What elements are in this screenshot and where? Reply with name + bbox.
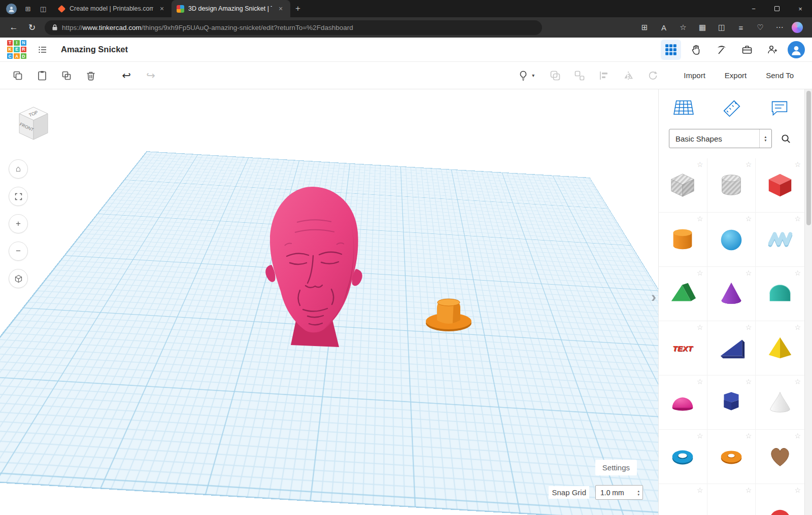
shape-tile-partial-3[interactable]: ☆ — [756, 484, 804, 515]
home-view-button[interactable]: ⌂ — [9, 159, 28, 179]
model-hat[interactable] — [424, 291, 473, 335]
more-menu-icon[interactable]: ⋯ — [770, 19, 789, 36]
favorite-star-icon[interactable]: ☆ — [697, 215, 703, 223]
shape-tile-round-roof[interactable]: ☆ — [756, 267, 804, 321]
shape-tile-roof[interactable]: ☆ — [659, 267, 707, 321]
duplicate-button[interactable] — [56, 65, 77, 86]
maximize-button[interactable] — [765, 0, 789, 17]
add-favorite-icon[interactable]: ☆ — [674, 19, 692, 36]
workplane-helper-button[interactable] — [672, 97, 695, 119]
favorite-star-icon[interactable]: ☆ — [697, 160, 703, 168]
back-button[interactable]: ← — [5, 19, 22, 36]
shape-tile-heart[interactable]: ☆ — [756, 430, 804, 484]
favorite-star-icon[interactable]: ☆ — [794, 486, 801, 494]
copilot-icon[interactable] — [792, 22, 803, 33]
favorite-star-icon[interactable]: ☆ — [697, 323, 703, 331]
workspaces-icon[interactable]: ⊞ — [20, 0, 36, 17]
fit-view-button[interactable] — [9, 187, 28, 206]
favorite-star-icon[interactable]: ☆ — [746, 160, 752, 168]
import-button[interactable]: Import — [676, 67, 713, 84]
ungroup-button[interactable] — [569, 65, 590, 86]
share-invite-button[interactable] — [762, 40, 783, 60]
favorite-star-icon[interactable]: ☆ — [794, 432, 801, 440]
favorite-star-icon[interactable]: ☆ — [794, 323, 801, 331]
model-head[interactable] — [256, 184, 370, 352]
shape-tile-half-sphere[interactable]: ☆ — [659, 375, 707, 430]
notes-button[interactable] — [768, 97, 791, 119]
tinkercad-logo[interactable]: TIN KER CAD — [7, 40, 26, 59]
close-window-button[interactable]: × — [789, 0, 812, 17]
delete-button[interactable] — [80, 65, 101, 86]
account-avatar[interactable] — [788, 41, 805, 58]
side-panel-icon[interactable]: ◫ — [713, 19, 731, 36]
send-to-button[interactable]: Send To — [759, 67, 801, 84]
favorite-star-icon[interactable]: ☆ — [794, 269, 801, 277]
favorite-star-icon[interactable]: ☆ — [794, 160, 801, 168]
zoom-in-button[interactable]: + — [9, 214, 28, 233]
shape-tile-box-hole[interactable]: ☆ — [659, 158, 707, 213]
favorite-star-icon[interactable]: ☆ — [746, 215, 752, 223]
favorite-star-icon[interactable]: ☆ — [746, 377, 752, 386]
shape-tile-polygon[interactable]: ☆ — [707, 375, 756, 430]
shape-tile-paraboloid[interactable]: ☆ — [756, 375, 804, 430]
align-button[interactable] — [593, 65, 615, 86]
zoom-out-button[interactable]: − — [9, 242, 28, 261]
favorite-star-icon[interactable]: ☆ — [697, 269, 703, 277]
minecraft-export-button[interactable] — [712, 40, 732, 60]
tab-printables[interactable]: Create model | Printables.com × — [53, 0, 172, 17]
favorite-star-icon[interactable]: ☆ — [746, 323, 752, 331]
design-title[interactable]: Amazing Snicket — [61, 45, 128, 54]
shape-tile-pyramid[interactable]: ☆ — [756, 321, 804, 375]
viewport-3d[interactable]: TOP FRONT ⌂ + − › Settings Snap Grid 1.0… — [0, 89, 658, 515]
page-scrollbar[interactable] — [804, 89, 812, 515]
shape-tile-sphere[interactable]: ☆ — [707, 213, 756, 267]
tinker-hand-button[interactable] — [686, 40, 706, 60]
search-shapes-button[interactable] — [776, 129, 795, 148]
hide-selected-button[interactable] — [513, 65, 534, 86]
export-button[interactable]: Export — [718, 67, 754, 84]
favorite-star-icon[interactable]: ☆ — [746, 486, 752, 494]
url-field[interactable]: https://www.tinkercad.com/things/9xh9Fp5… — [45, 20, 542, 35]
redo-button[interactable]: ↪ — [140, 65, 161, 86]
favorite-star-icon[interactable]: ☆ — [794, 377, 801, 386]
new-tab-button[interactable]: + — [290, 1, 306, 16]
favorite-star-icon[interactable]: ☆ — [746, 432, 752, 440]
tab-tinkercad-active[interactable]: 3D design Amazing Snicket | Tinkercad × — [172, 0, 290, 17]
undo-button[interactable]: ↩ — [116, 65, 137, 86]
refresh-button[interactable]: ↻ — [23, 19, 41, 36]
shape-tile-cylinder-hole[interactable]: ☆ — [707, 158, 756, 213]
settings-button[interactable]: Settings — [595, 460, 637, 475]
shape-tile-tube[interactable]: ☆ — [659, 430, 707, 484]
browser-profile-avatar[interactable] — [6, 4, 17, 14]
shape-category-select[interactable]: Basic Shapes ▴▾ — [669, 129, 772, 148]
shape-tile-partial-2[interactable]: ☆ — [707, 484, 756, 515]
shape-tile-torus[interactable]: ☆ — [707, 430, 756, 484]
shapes-panel-button[interactable] — [661, 40, 681, 60]
shape-tile-scribble[interactable]: ☆ — [756, 213, 804, 267]
shape-tile-cylinder[interactable]: ☆ — [659, 213, 707, 267]
copy-button[interactable] — [7, 65, 28, 86]
favorite-star-icon[interactable]: ☆ — [697, 377, 703, 386]
tab-actions-icon[interactable]: ◫ — [36, 0, 51, 17]
paste-button[interactable] — [31, 65, 53, 86]
ruler-helper-button[interactable] — [720, 97, 743, 119]
favorite-star-icon[interactable]: ☆ — [746, 269, 752, 277]
close-tab-icon[interactable]: × — [276, 4, 285, 13]
category-spinner-icon[interactable]: ▴▾ — [759, 129, 771, 148]
extensions-icon[interactable]: ▦ — [693, 19, 712, 36]
snap-grid-spinner[interactable]: ▴▾ — [637, 489, 642, 496]
mirror-button[interactable] — [618, 65, 639, 86]
group-button[interactable] — [545, 65, 566, 86]
shape-tile-box[interactable]: ☆ — [756, 158, 804, 213]
collapse-panel-chevron-icon[interactable]: › — [651, 288, 656, 305]
favorite-star-icon[interactable]: ☆ — [697, 432, 703, 440]
minimize-button[interactable]: − — [742, 0, 765, 17]
favorite-star-icon[interactable]: ☆ — [697, 486, 703, 494]
perspective-toggle-button[interactable] — [9, 269, 28, 288]
classes-button[interactable] — [737, 40, 757, 60]
favorites-bar-icon[interactable]: ≡ — [732, 19, 750, 36]
read-aloud-icon[interactable]: A — [655, 19, 673, 36]
snap-grid-select[interactable]: 1.0 mm ▴▾ — [595, 485, 643, 500]
shape-tile-partial-1[interactable]: ☆ — [659, 484, 707, 515]
close-tab-icon[interactable]: × — [157, 4, 166, 13]
